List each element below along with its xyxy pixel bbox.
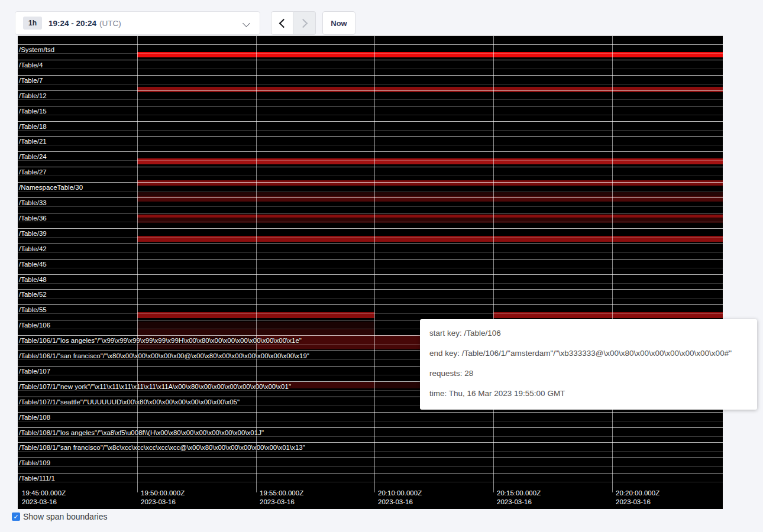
row-label: /Table/106/1/"los angeles"/"\x99\x99\x99…: [19, 337, 302, 344]
span-boundary-line: [18, 451, 723, 452]
key-boundary-line: [18, 259, 723, 259]
row-label: /Table/109: [19, 459, 50, 466]
time-range-text: 19:24 - 20:24: [49, 19, 96, 28]
tooltip-time: time: Thu, 16 Mar 2023 19:55:00 GMT: [429, 387, 748, 400]
time-boundary-line: [612, 36, 613, 492]
axis-time-label: 19:45:00.000Z: [22, 489, 66, 498]
row-label: /Table/15: [19, 108, 47, 115]
key-boundary-line: [18, 121, 723, 122]
time-boundary-line: [137, 36, 138, 492]
key-visualizer-heatmap[interactable]: /System/tsd/Table/4/Table/7/Table/12/Tab…: [18, 35, 723, 509]
key-boundary-line: [18, 458, 723, 458]
show-span-boundaries-control[interactable]: ✓ Show span boundaries: [12, 512, 107, 521]
row-label: /Table/108: [19, 414, 50, 421]
axis-date-label: 2023-03-16: [260, 498, 295, 507]
next-time-button[interactable]: [293, 11, 316, 35]
heatmap-band: [137, 87, 723, 92]
span-boundary-line: [18, 206, 723, 207]
row-label: /Table/18: [19, 123, 47, 130]
key-boundary-line: [18, 136, 723, 137]
now-button[interactable]: Now: [322, 11, 355, 35]
tooltip-requests: requests: 28: [429, 367, 748, 380]
key-boundary-line: [18, 106, 723, 106]
key-boundary-line: [18, 427, 723, 428]
row-label: /Table/24: [19, 153, 47, 160]
row-label: /Table/27: [19, 168, 47, 176]
span-boundary-line: [18, 313, 723, 314]
span-boundary-line: [18, 421, 723, 421]
span-boundary-line: [18, 145, 723, 145]
span-boundary-line: [18, 99, 723, 100]
row-label: /Table/12: [19, 92, 47, 99]
span-boundary-line: [18, 160, 723, 161]
row-label: /Table/107/1/"seattle"/"UUUUUUD\x00\x80\…: [19, 398, 240, 406]
heatmap-band: [137, 180, 723, 186]
span-boundary-line: [18, 436, 723, 437]
key-boundary-line: [18, 304, 723, 305]
axis-time-label: 20:15:00.000Z: [497, 489, 541, 498]
row-label: /Table/107/1/"new york"/"\x11\x11\x11\x1…: [19, 383, 291, 390]
span-boundary-line: [18, 130, 723, 131]
axis-date-label: 2023-03-16: [378, 498, 413, 507]
key-boundary-line: [18, 44, 723, 45]
row-label: /System/tsd: [19, 46, 54, 53]
key-boundary-line: [18, 182, 723, 183]
key-boundary-line: [18, 412, 723, 413]
key-boundary-line: [18, 244, 723, 244]
span-boundary-line: [18, 84, 723, 85]
key-boundary-line: [18, 213, 723, 213]
time-range-selector[interactable]: 1h 19:24 - 20:24 (UTC): [15, 11, 260, 35]
time-preset-badge: 1h: [23, 17, 42, 30]
show-span-boundaries-label: Show span boundaries: [23, 512, 107, 521]
row-label: /Table/111/1: [19, 475, 55, 482]
row-label: /Table/107: [19, 368, 50, 375]
key-boundary-line: [18, 197, 723, 198]
span-boundary-line: [18, 222, 723, 222]
axis-date-label: 2023-03-16: [22, 498, 57, 507]
time-boundary-line: [374, 36, 375, 492]
prev-time-button[interactable]: [271, 11, 293, 35]
span-boundary-line: [18, 69, 723, 69]
timezone-text: (UTC): [99, 19, 121, 28]
axis-time-label: 20:20:00.000Z: [616, 489, 659, 498]
row-label: /Table/42: [19, 245, 47, 252]
key-boundary-line: [18, 289, 723, 290]
time-boundary-line: [256, 36, 257, 492]
row-label: /Table/36: [19, 215, 47, 222]
axis-time-label: 19:50:00.000Z: [141, 489, 185, 498]
key-boundary-line: [18, 151, 723, 152]
key-boundary-line: [18, 75, 723, 76]
time-boundary-line: [493, 36, 494, 492]
axis-date-label: 2023-03-16: [497, 498, 532, 507]
tooltip-start-key: start key: /Table/106: [429, 327, 748, 340]
row-label: /Table/108/1/"los angeles"/"\xa8\xf5\u00…: [19, 429, 264, 436]
row-label: /Table/45: [19, 261, 47, 268]
axis-date-label: 2023-03-16: [141, 498, 176, 507]
key-boundary-line: [18, 274, 723, 275]
axis-time-label: 19:55:00.000Z: [260, 489, 303, 498]
chevron-down-icon: [243, 20, 250, 27]
heatmap-band: [137, 192, 723, 196]
span-boundary-line: [18, 283, 723, 284]
row-label: /Table/7: [19, 77, 43, 84]
row-label: /Table/108/1/"san francisco"/"\x8c\xcc\x…: [19, 444, 305, 451]
key-boundary-line: [18, 228, 723, 229]
axis-time-label: 20:10:00.000Z: [378, 489, 422, 498]
axis-date-label: 2023-03-16: [616, 498, 651, 507]
span-boundary-line: [18, 115, 723, 115]
row-label: /Table/48: [19, 276, 47, 283]
row-label: /Table/21: [19, 138, 47, 145]
chevron-right-icon: [299, 18, 308, 28]
span-boundary-line: [18, 252, 723, 253]
span-boundary-line: [18, 176, 723, 176]
tooltip-end-key: end key: /Table/106/1/"amsterdam"/"\xb33…: [429, 347, 748, 360]
key-boundary-line: [18, 473, 723, 473]
row-label: /Table/4: [19, 61, 43, 69]
key-boundary-line: [18, 167, 723, 167]
key-boundary-line: [18, 60, 723, 60]
row-label: /Table/33: [19, 199, 47, 206]
checkbox-checked-icon[interactable]: ✓: [12, 512, 20, 521]
row-label: /Table/52: [19, 291, 47, 298]
span-boundary-line: [18, 466, 723, 467]
hover-tooltip: start key: /Table/106 end key: /Table/10…: [420, 319, 757, 410]
